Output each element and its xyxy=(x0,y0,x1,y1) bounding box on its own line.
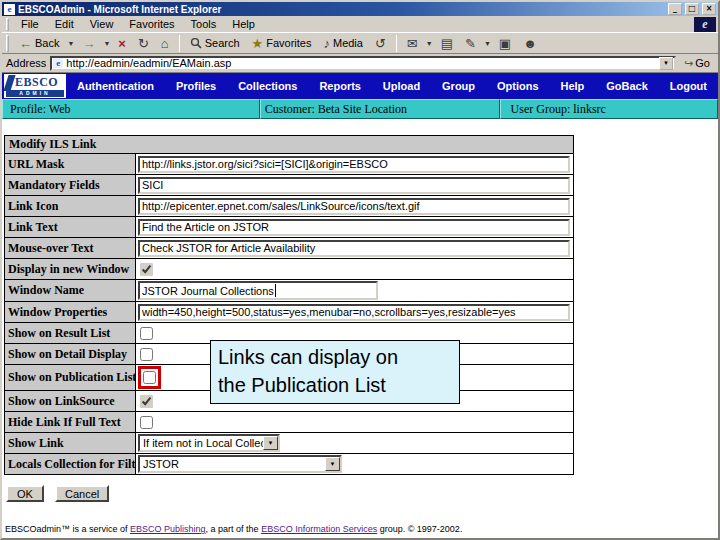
logo-text: EBSCO xyxy=(15,75,58,91)
nav-reports[interactable]: Reports xyxy=(319,80,361,92)
back-button[interactable]: ← Back xyxy=(14,35,64,52)
close-button[interactable]: × xyxy=(702,3,716,15)
discuss-icon: ▣ xyxy=(499,37,511,50)
mandatory-fields-input[interactable] xyxy=(138,177,570,194)
ie-logo-icon: e xyxy=(694,17,716,32)
ok-button[interactable]: OK xyxy=(6,485,44,502)
show-on-linksource-checkbox[interactable] xyxy=(140,395,153,408)
search-button[interactable]: Search xyxy=(185,35,245,51)
nav-goback[interactable]: GoBack xyxy=(606,80,648,92)
menu-favorites[interactable]: Favorites xyxy=(121,17,182,31)
chevron-down-icon[interactable]: ▼ xyxy=(263,436,278,450)
menu-view[interactable]: View xyxy=(82,17,122,31)
address-input[interactable]: e http://eadmin/eadmin/EAMain.asp ▼ xyxy=(50,56,676,71)
history-icon: ↺ xyxy=(375,37,386,50)
nav-profiles[interactable]: Profiles xyxy=(176,80,216,92)
refresh-button[interactable]: ↻ xyxy=(133,35,154,52)
favorites-label: Favorites xyxy=(266,37,311,49)
callout-annotation: Links can display on the Publication Lis… xyxy=(210,340,460,404)
nav-authentication[interactable]: Authentication xyxy=(77,80,154,92)
browser-toolbar: ← Back ▼ → ▼ × ↻ ⌂ Search ★ xyxy=(2,33,718,54)
search-label: Search xyxy=(205,37,240,49)
locals-collection-select[interactable]: JSTOR ▼ xyxy=(138,455,342,473)
display-in-new-window-row: Display in new Window xyxy=(5,258,573,279)
nav-upload[interactable]: Upload xyxy=(383,80,420,92)
locals-collection-selected-value: JSTOR xyxy=(140,458,325,470)
menu-file[interactable]: File xyxy=(13,17,47,31)
forward-arrow-icon: → xyxy=(82,37,95,50)
show-on-publication-list-label: Show on Publication List xyxy=(5,365,136,390)
show-link-selected-value: If item not in Local Collection xyxy=(140,437,263,449)
link-icon-input[interactable] xyxy=(138,198,570,215)
callout-line1: Links can display on xyxy=(218,343,452,371)
browser-window: e EBSCOAdmin - Microsoft Internet Explor… xyxy=(0,0,720,540)
back-dropdown-icon[interactable]: ▼ xyxy=(66,40,75,47)
discuss-button[interactable]: ▣ xyxy=(494,35,516,52)
hide-link-if-full-text-checkbox[interactable] xyxy=(140,416,153,429)
go-button[interactable]: ↪ Go xyxy=(680,56,714,71)
media-button[interactable]: ♪ Media xyxy=(318,35,367,52)
forward-dropdown-icon[interactable]: ▼ xyxy=(102,40,111,47)
nav-group[interactable]: Group xyxy=(442,80,475,92)
refresh-icon: ↻ xyxy=(138,37,149,50)
logo-slash-icon xyxy=(4,75,16,91)
address-url[interactable]: http://eadmin/eadmin/EAMain.asp xyxy=(66,57,656,69)
mail-dropdown-icon[interactable]: ▼ xyxy=(425,40,434,47)
show-on-result-list-label: Show on Result List xyxy=(5,323,136,343)
footer-link-ebsco-information-services[interactable]: EBSCO Information Services xyxy=(261,524,377,534)
footer-link-ebsco-publishing[interactable]: EBSCO Publishing xyxy=(130,524,206,534)
nav-logout[interactable]: Logout xyxy=(670,80,707,92)
nav-collections[interactable]: Collections xyxy=(238,80,297,92)
link-icon-label: Link Icon xyxy=(5,196,136,216)
show-link-select[interactable]: If item not in Local Collection ▼ xyxy=(138,434,280,452)
home-icon: ⌂ xyxy=(161,37,169,50)
show-on-publication-list-checkbox[interactable] xyxy=(143,371,156,384)
link-text-input[interactable] xyxy=(138,219,570,236)
form-header: Modify ILS Link xyxy=(5,136,573,153)
messenger-button[interactable]: ☻ xyxy=(518,35,542,52)
display-in-new-window-checkbox[interactable] xyxy=(140,263,153,276)
window-name-value: JSTOR Journal Collections xyxy=(142,285,274,297)
favorites-button[interactable]: ★ Favorites xyxy=(247,35,317,52)
highlight-box xyxy=(138,366,161,389)
window-properties-input[interactable] xyxy=(138,304,570,321)
nav-options[interactable]: Options xyxy=(497,80,539,92)
show-on-linksource-label: Show on LinkSource xyxy=(5,391,136,411)
mouse-over-text-row: Mouse-over Text xyxy=(5,237,573,258)
callout-line2: the Publication List xyxy=(218,371,452,399)
mandatory-fields-label: Mandatory Fields xyxy=(5,175,136,195)
link-text-row: Link Text xyxy=(5,216,573,237)
user-group-context: User Group: linksrc xyxy=(500,99,718,119)
menu-edit[interactable]: Edit xyxy=(47,17,82,31)
print-button[interactable]: ▤ xyxy=(436,35,458,52)
mail-button[interactable]: ✉ xyxy=(402,35,423,52)
history-button[interactable]: ↺ xyxy=(370,35,391,52)
chevron-down-icon[interactable]: ▼ xyxy=(325,457,340,471)
back-arrow-icon: ← xyxy=(19,37,32,50)
cancel-button[interactable]: Cancel xyxy=(55,485,109,502)
mouse-over-text-input[interactable] xyxy=(138,240,570,257)
menu-bar: File Edit View Favorites Tools Help e xyxy=(2,16,718,33)
show-link-label: Show Link xyxy=(5,433,136,453)
page-icon: e xyxy=(53,58,63,68)
menu-tools[interactable]: Tools xyxy=(183,17,225,31)
form-actions: OK Cancel xyxy=(6,485,109,502)
url-mask-input[interactable] xyxy=(138,156,570,173)
forward-button[interactable]: → xyxy=(77,35,100,52)
show-on-result-list-checkbox[interactable] xyxy=(140,327,153,340)
menu-help[interactable]: Help xyxy=(224,17,263,31)
nav-help[interactable]: Help xyxy=(560,80,584,92)
stop-button[interactable]: × xyxy=(113,35,131,52)
minimize-button[interactable]: _ xyxy=(668,3,682,15)
mandatory-fields-row: Mandatory Fields xyxy=(5,174,573,195)
address-dropdown-button[interactable]: ▼ xyxy=(659,57,673,70)
home-button[interactable]: ⌂ xyxy=(156,35,174,52)
window-title: EBSCOAdmin - Microsoft Internet Explorer xyxy=(18,4,221,15)
search-icon xyxy=(190,37,202,49)
window-name-input[interactable]: JSTOR Journal Collections xyxy=(138,281,378,300)
edit-button[interactable]: ✎ xyxy=(460,35,481,52)
toolbar-grip xyxy=(6,35,9,52)
restore-button[interactable]: □ xyxy=(685,3,699,15)
show-on-detail-display-checkbox[interactable] xyxy=(140,348,153,361)
edit-dropdown-icon[interactable]: ▼ xyxy=(483,40,492,47)
